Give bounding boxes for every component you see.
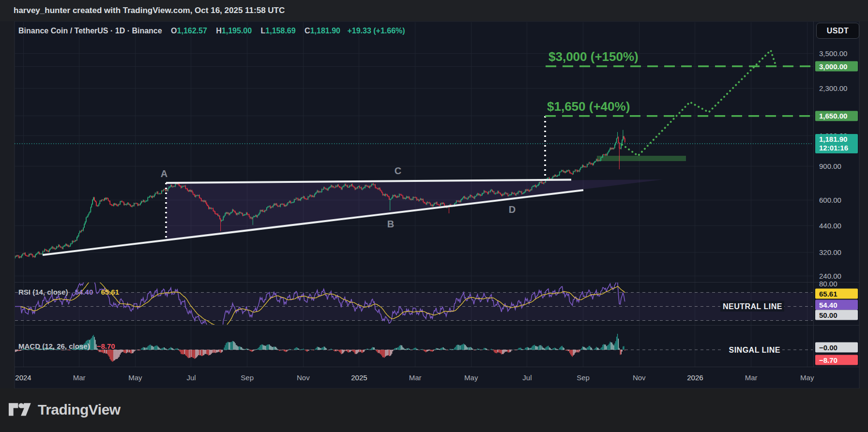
- attribution-text: harvey_hunter created with TradingView.c…: [14, 6, 285, 15]
- time-tick-mar: Mar: [745, 373, 758, 382]
- signal-line-label: SINGAL LINE: [729, 346, 780, 354]
- svg-text:54.40: 54.40: [819, 301, 838, 309]
- pattern-label-a: A: [161, 168, 168, 179]
- macd-status-line[interactable]: MACD (12, 26, close) −8.70: [18, 342, 115, 350]
- currency-toggle-button[interactable]: USDT: [816, 23, 859, 39]
- tradingview-logo-icon: [9, 403, 32, 417]
- open-value: 1,162.57: [177, 27, 207, 35]
- support-zone-bar[interactable]: [597, 156, 686, 161]
- svg-text:65.61: 65.61: [819, 290, 838, 298]
- svg-text:1,650.00: 1,650.00: [819, 112, 847, 120]
- close-value: 1,181.90: [310, 27, 340, 35]
- time-tick-2026: 2026: [687, 373, 703, 382]
- price-label: 320.00: [819, 248, 841, 256]
- time-tick-mar: Mar: [73, 373, 86, 382]
- high-value: 1,195.00: [222, 27, 252, 35]
- chart-canvas[interactable]: A B C D $3,000 (+150%) $1,650 (+40%) NEU…: [0, 0, 868, 432]
- price-label: 900.00: [819, 162, 841, 170]
- time-axis-labels: 2024MarMayJulSepNov2025MarMayJulSepNov20…: [15, 373, 814, 382]
- price-label: 600.00: [819, 196, 841, 204]
- open-label: O: [171, 27, 177, 35]
- time-tick-may: May: [128, 373, 142, 382]
- symbol-legend[interactable]: Binance Coin / TetherUS · 1D · Binance O…: [18, 27, 405, 37]
- close-label: C: [305, 27, 310, 35]
- low-value: 1,158.69: [265, 27, 295, 35]
- rsi-ma-value: 65.61: [101, 288, 119, 296]
- time-tick-nov: Nov: [297, 373, 310, 382]
- symbol-title[interactable]: Binance Coin / TetherUS · 1D · Binance: [18, 27, 162, 35]
- time-tick-nov: Nov: [633, 373, 646, 382]
- pattern-label-d: D: [509, 204, 516, 215]
- price-label: 3,500.00: [819, 49, 847, 58]
- time-tick-2024: 2024: [15, 373, 31, 382]
- time-tick-sep: Sep: [241, 373, 254, 382]
- footer-bar: [0, 388, 868, 432]
- svg-text:−8.70: −8.70: [819, 356, 838, 364]
- rsi-status-line[interactable]: RSI (14, close) 54.40 65.61: [18, 288, 119, 296]
- time-tick-may: May: [464, 373, 478, 382]
- time-tick-2025: 2025: [351, 373, 367, 382]
- target-3000-label[interactable]: $3,000 (+150%): [548, 49, 639, 64]
- svg-text:80.00: 80.00: [819, 280, 838, 288]
- rsi-title: RSI (14, close): [18, 288, 68, 296]
- time-tick-mar: Mar: [409, 373, 422, 382]
- neutral-line-label: NEUTRAL LINE: [723, 302, 782, 311]
- svg-text:−0.00: −0.00: [819, 343, 838, 352]
- tradingview-wordmark: TradingView: [38, 402, 121, 418]
- tradingview-logo[interactable]: TradingView: [9, 402, 121, 418]
- price-label: 2,300.00: [819, 84, 847, 92]
- low-label: L: [261, 27, 266, 35]
- svg-text:3,000.00: 3,000.00: [819, 62, 847, 71]
- target-1650-label[interactable]: $1,650 (+40%): [547, 99, 630, 114]
- time-tick-sep: Sep: [577, 373, 590, 382]
- change-value: +19.33 (+1.66%): [347, 27, 405, 35]
- time-tick-jul: Jul: [186, 373, 196, 382]
- time-tick-may: May: [800, 373, 814, 382]
- pattern-label-c: C: [395, 165, 401, 176]
- svg-text:12:01:16: 12:01:16: [819, 144, 848, 152]
- high-label: H: [216, 27, 222, 35]
- attribution-bar: harvey_hunter created with TradingView.c…: [0, 0, 868, 21]
- macd-value: −8.70: [97, 342, 115, 350]
- rsi-value: 54.40: [75, 288, 93, 296]
- svg-text:1,181.90: 1,181.90: [819, 135, 847, 143]
- svg-text:50.00: 50.00: [819, 311, 838, 319]
- macd-title: MACD (12, 26, close): [18, 342, 90, 350]
- pattern-label-b: B: [387, 219, 394, 229]
- time-tick-jul: Jul: [522, 373, 532, 382]
- price-label: 440.00: [819, 222, 841, 230]
